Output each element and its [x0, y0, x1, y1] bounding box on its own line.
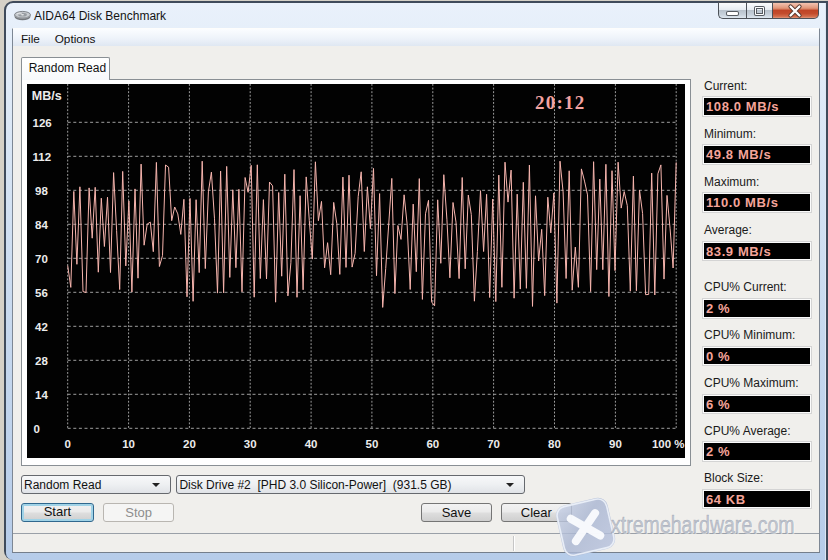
- svg-text:30: 30: [243, 438, 256, 450]
- svg-text:28: 28: [35, 355, 48, 367]
- svg-text:14: 14: [35, 389, 48, 401]
- svg-text:112: 112: [32, 151, 51, 163]
- svg-text:MB/s: MB/s: [31, 89, 61, 103]
- svg-text:98: 98: [35, 185, 48, 197]
- svg-text:70: 70: [487, 438, 500, 450]
- svg-text:70: 70: [35, 253, 48, 265]
- svg-text:90: 90: [609, 438, 622, 450]
- svg-text:10: 10: [122, 438, 135, 450]
- svg-text:56: 56: [35, 287, 48, 299]
- svg-text:84: 84: [35, 219, 48, 231]
- svg-text:0: 0: [64, 438, 70, 450]
- svg-text:126: 126: [32, 117, 51, 129]
- svg-text:20:12: 20:12: [535, 92, 585, 113]
- svg-text:60: 60: [426, 438, 439, 450]
- svg-text:42: 42: [35, 321, 48, 333]
- svg-text:50: 50: [365, 438, 378, 450]
- svg-text:20: 20: [183, 438, 196, 450]
- svg-text:100 %: 100 %: [651, 438, 684, 450]
- svg-text:0: 0: [33, 423, 39, 435]
- svg-text:40: 40: [304, 438, 317, 450]
- svg-text:80: 80: [548, 438, 561, 450]
